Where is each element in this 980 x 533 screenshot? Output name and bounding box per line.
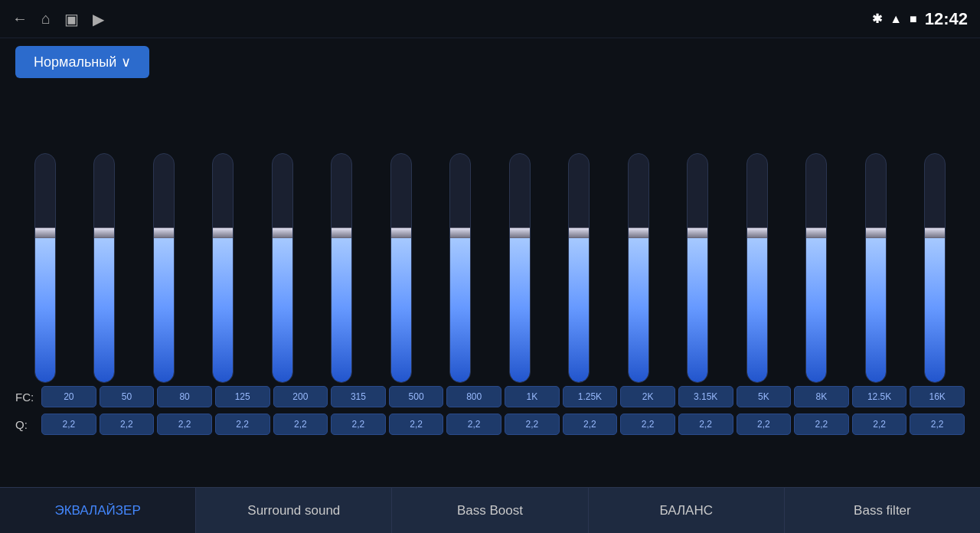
slider-track-1 (93, 153, 115, 383)
slider-track-7 (449, 153, 471, 383)
fc-btn-12[interactable]: 5K (737, 386, 792, 407)
slider-thumb-1[interactable] (93, 227, 115, 238)
slider-col-5[interactable] (312, 153, 372, 383)
back-icon[interactable]: ← (12, 10, 28, 28)
fc-btn-2[interactable]: 80 (157, 386, 212, 407)
fc-btn-14[interactable]: 12.5K (852, 386, 907, 407)
q-btn-12[interactable]: 2,2 (737, 414, 792, 435)
q-btn-2[interactable]: 2,2 (157, 414, 212, 435)
q-btn-15[interactable]: 2,2 (910, 414, 965, 435)
tab-1[interactable]: Surround sound (196, 488, 392, 533)
slider-col-10[interactable] (609, 153, 668, 383)
tab-0[interactable]: ЭКВАЛАЙЗЕР (0, 488, 196, 533)
tab-4[interactable]: Bass filter (785, 488, 980, 533)
chevron-down-icon: ∨ (121, 54, 131, 70)
fc-btn-1[interactable]: 50 (100, 386, 155, 407)
slider-thumb-13[interactable] (805, 227, 827, 238)
slider-col-8[interactable] (490, 153, 550, 383)
fc-btn-13[interactable]: 8K (794, 386, 849, 407)
slider-fill-11 (688, 234, 707, 382)
q-btn-6[interactable]: 2,2 (389, 414, 444, 435)
fc-btn-3[interactable]: 125 (215, 386, 270, 407)
slider-thumb-9[interactable] (568, 227, 590, 238)
slider-fill-13 (806, 234, 826, 382)
fc-btn-4[interactable]: 200 (273, 386, 328, 407)
slider-fill-3 (213, 234, 233, 382)
slider-thumb-5[interactable] (331, 227, 352, 238)
equalizer-area: FC: 2050801252003155008001K1.25K2K3.15K5… (0, 86, 980, 438)
slider-col-13[interactable] (787, 153, 847, 383)
slider-col-14[interactable] (846, 153, 906, 383)
q-btn-13[interactable]: 2,2 (794, 414, 849, 435)
slider-col-9[interactable] (550, 153, 609, 383)
slider-col-3[interactable] (194, 153, 253, 383)
preset-button[interactable]: Нормальный ∨ (15, 46, 149, 78)
q-btn-7[interactable]: 2,2 (446, 414, 501, 435)
q-btn-1[interactable]: 2,2 (100, 414, 155, 435)
slider-thumb-0[interactable] (34, 227, 56, 238)
slider-track-14 (865, 153, 887, 383)
fc-btn-0[interactable]: 20 (41, 386, 96, 407)
slider-fill-10 (629, 234, 648, 382)
slider-thumb-7[interactable] (449, 227, 471, 238)
slider-track-13 (805, 153, 827, 383)
slider-thumb-3[interactable] (212, 227, 234, 238)
bottom-tabs: ЭКВАЛАЙЗЕРSurround soundBass BoostБАЛАНС… (0, 487, 980, 533)
q-label: Q: (15, 418, 38, 431)
preset-area: Нормальный ∨ (0, 38, 980, 86)
slider-track-9 (568, 153, 590, 383)
q-btn-3[interactable]: 2,2 (215, 414, 270, 435)
preset-label: Нормальный (34, 54, 116, 70)
q-btn-4[interactable]: 2,2 (273, 414, 328, 435)
media-icon[interactable]: ▶ (93, 10, 104, 28)
slider-fill-2 (154, 234, 174, 382)
slider-thumb-6[interactable] (390, 227, 412, 238)
slider-thumb-14[interactable] (865, 227, 887, 238)
slider-thumb-2[interactable] (153, 227, 175, 238)
slider-col-0[interactable] (15, 153, 75, 383)
q-btn-8[interactable]: 2,2 (505, 414, 560, 435)
slider-col-15[interactable] (906, 153, 965, 383)
q-row: Q: 2,22,22,22,22,22,22,22,22,22,22,22,22… (8, 410, 972, 438)
clock: 12:42 (925, 9, 968, 29)
tab-3[interactable]: БАЛАНС (589, 488, 785, 533)
slider-col-6[interactable] (371, 153, 431, 383)
slider-track-0 (34, 153, 56, 383)
fc-btn-11[interactable]: 3.15K (678, 386, 733, 407)
slider-thumb-12[interactable] (746, 227, 768, 238)
slider-col-1[interactable] (75, 153, 135, 383)
slider-track-11 (687, 153, 708, 383)
slider-thumb-15[interactable] (924, 227, 946, 238)
slider-thumb-8[interactable] (509, 227, 531, 238)
slider-col-7[interactable] (431, 153, 491, 383)
fc-btn-8[interactable]: 1K (505, 386, 560, 407)
slider-track-15 (924, 153, 946, 383)
slider-thumb-4[interactable] (272, 227, 293, 238)
slider-fill-7 (450, 234, 470, 382)
fc-btn-10[interactable]: 2K (620, 386, 675, 407)
fc-btn-15[interactable]: 16K (910, 386, 965, 407)
slider-fill-6 (391, 234, 411, 382)
q-btn-0[interactable]: 2,2 (41, 414, 96, 435)
q-btn-14[interactable]: 2,2 (852, 414, 907, 435)
slider-thumb-11[interactable] (687, 227, 708, 238)
fc-btn-7[interactable]: 800 (446, 386, 501, 407)
slider-col-11[interactable] (668, 153, 728, 383)
home-icon[interactable]: ⌂ (41, 10, 51, 28)
fc-btn-9[interactable]: 1.25K (563, 386, 618, 407)
q-btn-10[interactable]: 2,2 (620, 414, 675, 435)
q-btn-9[interactable]: 2,2 (563, 414, 618, 435)
slider-col-12[interactable] (727, 153, 787, 383)
tab-2[interactable]: Bass Boost (392, 488, 588, 533)
slider-col-2[interactable] (134, 153, 194, 383)
slider-thumb-10[interactable] (628, 227, 649, 238)
q-btn-5[interactable]: 2,2 (331, 414, 386, 435)
slider-fill-14 (866, 234, 886, 382)
slider-track-5 (331, 153, 352, 383)
fc-btn-6[interactable]: 500 (389, 386, 444, 407)
window-icon[interactable]: ▣ (64, 10, 79, 28)
slider-fill-0 (35, 234, 55, 382)
q-btn-11[interactable]: 2,2 (678, 414, 733, 435)
fc-btn-5[interactable]: 315 (331, 386, 386, 407)
slider-col-4[interactable] (253, 153, 312, 383)
